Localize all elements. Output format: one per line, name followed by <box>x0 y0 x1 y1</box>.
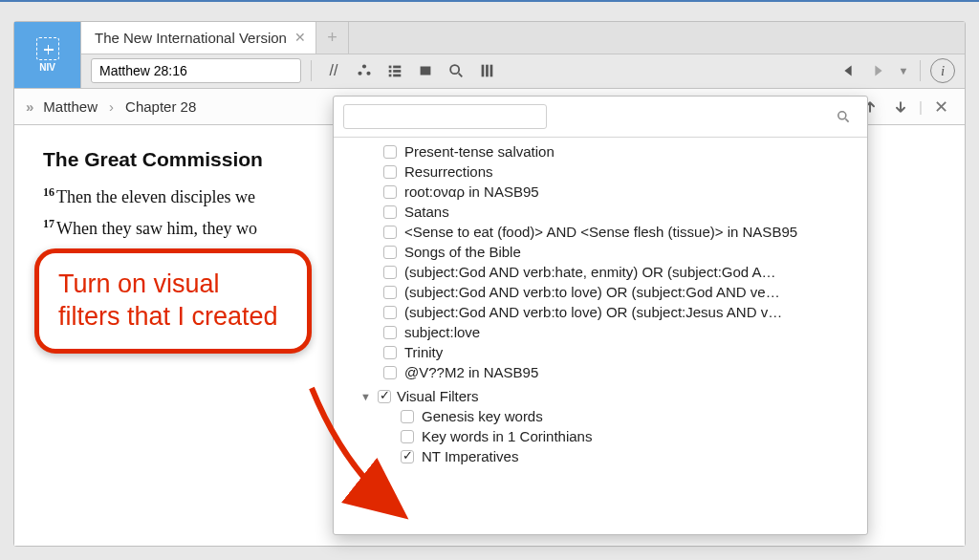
filter-item[interactable]: (subject:God AND verb:to love) OR (subje… <box>357 302 867 322</box>
verse-text: When they saw him, they wo <box>56 219 257 238</box>
filter-item[interactable]: (subject:God AND verb:to love) OR (subje… <box>357 282 867 302</box>
checkbox[interactable] <box>383 205 397 219</box>
svg-point-1 <box>358 72 361 75</box>
filter-label: Trinity <box>404 344 443 360</box>
filter-group-label: Visual Filters <box>397 388 479 404</box>
resource-icon <box>36 37 59 60</box>
filter-label: <Sense to eat (food)> AND <Sense flesh (… <box>404 224 797 240</box>
tab-label: The New International Version <box>95 30 287 46</box>
filter-label: (subject:God AND verb:to love) OR (subje… <box>404 304 782 320</box>
info-button[interactable]: i <box>930 58 955 83</box>
checkbox[interactable] <box>383 366 397 379</box>
add-tab-button[interactable]: + <box>316 22 349 54</box>
clusters-icon[interactable] <box>352 58 377 83</box>
disclosure-triangle-icon[interactable]: ▼ <box>360 391 372 402</box>
filter-search-input[interactable] <box>343 104 547 129</box>
search-icon[interactable] <box>836 109 851 128</box>
filter-item[interactable]: @V??M2 in NASB95 <box>357 362 867 382</box>
columns-icon[interactable] <box>474 58 499 83</box>
filter-item[interactable]: Satans <box>357 202 867 222</box>
filter-item[interactable]: NT Imperatives <box>357 446 867 466</box>
filter-item[interactable]: Key words in 1 Corinthians <box>357 426 867 446</box>
top-toolbar: NIV The New International Version ✕ + // <box>14 22 965 89</box>
filter-item[interactable]: Resurrections <box>357 162 867 182</box>
filter-label: Songs of the Bible <box>404 244 521 260</box>
filter-label: subject:love <box>404 324 480 340</box>
annotation-callout: Turn on visual filters that I created <box>34 248 312 354</box>
checkbox[interactable] <box>383 185 397 199</box>
filter-label: NT Imperatives <box>422 448 518 464</box>
filter-label: root:οναρ in NASB95 <box>404 183 539 200</box>
filter-label: Key words in 1 Corinthians <box>422 428 592 444</box>
svg-rect-6 <box>393 70 401 73</box>
verse-number: 16 <box>43 185 56 199</box>
checkbox[interactable] <box>383 326 397 339</box>
svg-point-2 <box>366 72 370 75</box>
list-icon[interactable] <box>382 58 407 83</box>
checkbox[interactable] <box>401 410 414 423</box>
checkbox[interactable] <box>383 246 397 259</box>
filter-label: Resurrections <box>404 163 493 180</box>
filter-label: @V??M2 in NASB95 <box>404 364 538 380</box>
close-icon[interactable]: ✕ <box>294 30 306 45</box>
svg-point-0 <box>362 65 366 69</box>
svg-rect-7 <box>389 75 392 77</box>
checkbox[interactable] <box>383 286 397 299</box>
divider <box>920 60 921 81</box>
locator-close-button[interactable]: ✕ <box>928 95 953 119</box>
svg-rect-14 <box>490 65 493 77</box>
svg-rect-5 <box>389 70 392 73</box>
svg-line-11 <box>459 74 463 77</box>
svg-point-15 <box>838 112 846 119</box>
filter-label: (subject:God AND verb:hate, enmity) OR (… <box>404 264 776 280</box>
filter-item[interactable]: Trinity <box>357 342 867 362</box>
filter-item[interactable]: Genesis key words <box>357 406 867 426</box>
checkbox[interactable] <box>383 306 397 319</box>
svg-line-16 <box>845 118 848 121</box>
filter-item[interactable]: <Sense to eat (food)> AND <Sense flesh (… <box>357 222 867 242</box>
checkbox[interactable] <box>383 165 397 179</box>
history-dropdown-icon[interactable]: ▼ <box>897 58 910 83</box>
verse-number: 17 <box>43 217 56 230</box>
svg-rect-4 <box>393 66 401 69</box>
next-down-button[interactable] <box>888 95 913 119</box>
filter-label: Satans <box>404 204 449 220</box>
reading-icon[interactable] <box>413 58 438 83</box>
checkbox[interactable] <box>383 226 397 239</box>
tab-niv[interactable]: The New International Version ✕ <box>81 22 316 54</box>
filter-item[interactable]: root:οναρ in NASB95 <box>357 182 867 202</box>
svg-rect-9 <box>421 67 431 75</box>
visual-filters-dropdown: Present-tense salvationResurrectionsroot… <box>333 96 868 535</box>
filter-item[interactable]: Present-tense salvation <box>357 141 867 162</box>
tool-row: // <box>81 54 965 88</box>
filter-label: Present-tense salvation <box>404 143 555 160</box>
filter-item[interactable]: Songs of the Bible <box>357 242 867 262</box>
breadcrumb-book[interactable]: Matthew <box>43 98 98 115</box>
parallel-icon[interactable]: // <box>321 58 346 83</box>
resource-short: NIV <box>39 62 55 73</box>
filter-list[interactable]: Present-tense salvationResurrectionsroot… <box>334 138 867 534</box>
filter-group-visual-filters[interactable]: ▼Visual Filters <box>357 382 867 406</box>
verse-text: Then the eleven disciples we <box>56 187 255 206</box>
checkbox[interactable] <box>383 346 397 359</box>
filter-label: (subject:God AND verb:to love) OR (subje… <box>404 284 780 300</box>
checkbox[interactable] <box>401 450 414 463</box>
checkbox[interactable] <box>401 430 414 443</box>
checkbox[interactable] <box>383 145 397 159</box>
divider <box>311 60 312 81</box>
filter-item[interactable]: (subject:God AND verb:hate, enmity) OR (… <box>357 262 867 282</box>
back-button[interactable] <box>836 58 860 83</box>
svg-rect-8 <box>393 75 401 77</box>
breadcrumb-expand-icon[interactable]: » <box>26 98 33 115</box>
search-icon[interactable] <box>444 58 468 83</box>
forward-button[interactable] <box>866 58 891 83</box>
checkbox[interactable] <box>383 266 397 279</box>
filter-item[interactable]: subject:love <box>357 322 867 342</box>
svg-point-10 <box>450 65 459 74</box>
checkbox[interactable] <box>378 390 391 403</box>
resource-tile[interactable]: NIV <box>14 22 81 88</box>
breadcrumb-chapter[interactable]: Chapter 28 <box>125 98 196 115</box>
tab-strip: The New International Version ✕ + <box>81 22 965 54</box>
svg-rect-3 <box>389 66 392 69</box>
reference-input[interactable] <box>91 58 301 83</box>
